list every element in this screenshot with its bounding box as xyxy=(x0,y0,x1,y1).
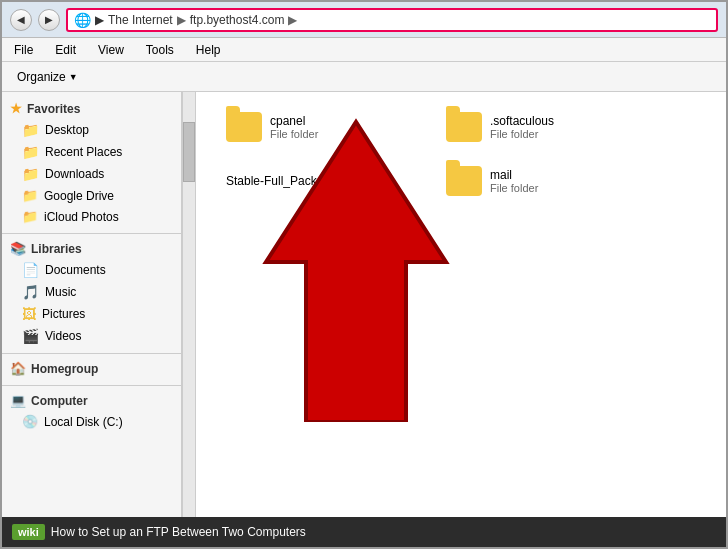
organize-caret: ▼ xyxy=(69,72,78,82)
sidebar-favorites-label: Favorites xyxy=(27,102,80,116)
main-area: ★ Favorites 📁 Desktop 📁 Recent Places 📁 … xyxy=(2,92,726,517)
computer-icon: 💻 xyxy=(10,393,26,408)
menu-edit[interactable]: Edit xyxy=(51,41,80,59)
file-name-softaculous: .softaculous xyxy=(490,114,554,128)
sidebar-favorites-header[interactable]: ★ Favorites xyxy=(2,98,181,119)
folder-icon-mail xyxy=(446,166,482,196)
arrow-overlay xyxy=(246,102,526,422)
sidebar-desktop-label: Desktop xyxy=(45,123,89,137)
sidebar: ★ Favorites 📁 Desktop 📁 Recent Places 📁 … xyxy=(2,92,182,517)
disk-icon: 💿 xyxy=(22,414,38,429)
address-text: ▶ The Internet ▶ ftp.byethost4.com ▶ xyxy=(95,13,297,27)
sidebar-divider2 xyxy=(2,353,181,354)
wiki-bar: wiki How to Set up an FTP Between Two Co… xyxy=(2,517,726,547)
file-name-cpanel: cpanel xyxy=(270,114,318,128)
sidebar-localdisk-label: Local Disk (C:) xyxy=(44,415,123,429)
menu-bar: File Edit View Tools Help xyxy=(2,38,726,62)
file-type-mail: File folder xyxy=(490,182,538,194)
sidebar-computer-section: 💻 Computer 💿 Local Disk (C:) xyxy=(2,390,181,432)
forward-icon: ▶ xyxy=(45,14,53,25)
sidebar-item-pictures[interactable]: 🖼 Pictures xyxy=(2,303,181,325)
sidebar-divider3 xyxy=(2,385,181,386)
file-item-cpanel[interactable]: cpanel File folder xyxy=(222,108,362,146)
sidebar-divider1 xyxy=(2,233,181,234)
sidebar-item-documents[interactable]: 📄 Documents xyxy=(2,259,181,281)
sidebar-homegroup-label: Homegroup xyxy=(31,362,98,376)
address-sep2: ▶ xyxy=(288,13,297,27)
address-box[interactable]: 🌐 ▶ The Internet ▶ ftp.byethost4.com ▶ xyxy=(66,8,718,32)
toolbar: Organize ▼ xyxy=(2,62,726,92)
content-pane: cpanel File folder .softaculous File fol… xyxy=(196,92,726,517)
address-sep1: ▶ xyxy=(177,13,186,27)
folder-icon: 📁 xyxy=(22,209,38,224)
sidebar-videos-label: Videos xyxy=(45,329,81,343)
sidebar-item-recent-places[interactable]: 📁 Recent Places xyxy=(2,141,181,163)
file-item-softaculous[interactable]: .softaculous File folder xyxy=(442,108,582,146)
sidebar-item-downloads[interactable]: 📁 Downloads xyxy=(2,163,181,185)
forward-button[interactable]: ▶ xyxy=(38,9,60,31)
file-type-softaculous: File folder xyxy=(490,128,554,140)
scrollbar[interactable] xyxy=(182,92,196,517)
address-path-internet: The Internet xyxy=(108,13,173,27)
menu-file[interactable]: File xyxy=(10,41,37,59)
red-arrow-svg xyxy=(246,102,526,422)
folder-icon: 📁 xyxy=(22,144,39,160)
menu-tools[interactable]: Tools xyxy=(142,41,178,59)
back-button[interactable]: ◀ xyxy=(10,9,32,31)
sidebar-item-desktop[interactable]: 📁 Desktop xyxy=(2,119,181,141)
file-item-mail[interactable]: mail File folder xyxy=(442,162,582,200)
folder-icon-softaculous xyxy=(446,112,482,142)
sidebar-libraries-section: 📚 Libraries 📄 Documents 🎵 Music 🖼 Pictur… xyxy=(2,238,181,347)
sidebar-documents-label: Documents xyxy=(45,263,106,277)
home-icon: 🏠 xyxy=(10,361,26,376)
file-name-stable: Stable-Full_Package xyxy=(226,174,337,188)
sidebar-item-videos[interactable]: 🎬 Videos xyxy=(2,325,181,347)
menu-help[interactable]: Help xyxy=(192,41,225,59)
file-info-cpanel: cpanel File folder xyxy=(270,114,318,140)
videos-icon: 🎬 xyxy=(22,328,39,344)
sidebar-computer-label: Computer xyxy=(31,394,88,408)
sidebar-recent-label: Recent Places xyxy=(45,145,122,159)
folder-icon-cpanel xyxy=(226,112,262,142)
pictures-icon: 🖼 xyxy=(22,306,36,322)
scrollbar-thumb[interactable] xyxy=(183,122,195,182)
file-item-stable[interactable]: Stable-Full_Package xyxy=(222,162,362,200)
sidebar-gdrive-label: Google Drive xyxy=(44,189,114,203)
file-type-cpanel: File folder xyxy=(270,128,318,140)
folder-icon: 📄 xyxy=(22,262,39,278)
file-row-2: Stable-Full_Package mail File folder xyxy=(222,162,710,200)
file-name-mail: mail xyxy=(490,168,538,182)
file-info-mail: mail File folder xyxy=(490,168,538,194)
sidebar-libraries-label: Libraries xyxy=(31,242,82,256)
sidebar-item-icloud-photos[interactable]: 📁 iCloud Photos xyxy=(2,206,181,227)
file-info-stable: Stable-Full_Package xyxy=(226,174,337,188)
folder-icon: 📁 xyxy=(22,122,39,138)
sidebar-homegroup-header[interactable]: 🏠 Homegroup xyxy=(2,358,181,379)
sidebar-pictures-label: Pictures xyxy=(42,307,85,321)
menu-view[interactable]: View xyxy=(94,41,128,59)
organize-button[interactable]: Organize ▼ xyxy=(10,67,85,87)
back-icon: ◀ xyxy=(17,14,25,25)
wiki-logo: wiki xyxy=(12,524,45,540)
sidebar-libraries-header[interactable]: 📚 Libraries xyxy=(2,238,181,259)
organize-label: Organize xyxy=(17,70,66,84)
sidebar-item-google-drive[interactable]: 📁 Google Drive xyxy=(2,185,181,206)
location-icon: 🌐 xyxy=(74,12,91,28)
sidebar-favorites-section: ★ Favorites 📁 Desktop 📁 Recent Places 📁 … xyxy=(2,98,181,227)
sidebar-homegroup-section: 🏠 Homegroup xyxy=(2,358,181,379)
folder-icon: 📁 xyxy=(22,188,38,203)
sidebar-item-local-disk[interactable]: 💿 Local Disk (C:) xyxy=(2,411,181,432)
address-path-ftp: ftp.byethost4.com xyxy=(190,13,285,27)
sidebar-music-label: Music xyxy=(45,285,76,299)
sidebar-icloud-label: iCloud Photos xyxy=(44,210,119,224)
file-info-softaculous: .softaculous File folder xyxy=(490,114,554,140)
address-separator: ▶ xyxy=(95,13,104,27)
window-frame: ◀ ▶ 🌐 ▶ The Internet ▶ ftp.byethost4.com… xyxy=(0,0,728,549)
address-bar: ◀ ▶ 🌐 ▶ The Internet ▶ ftp.byethost4.com… xyxy=(2,2,726,38)
sidebar-item-music[interactable]: 🎵 Music xyxy=(2,281,181,303)
wiki-text: How to Set up an FTP Between Two Compute… xyxy=(51,525,306,539)
sidebar-computer-header[interactable]: 💻 Computer xyxy=(2,390,181,411)
library-icon: 📚 xyxy=(10,241,26,256)
sidebar-downloads-label: Downloads xyxy=(45,167,104,181)
file-row-1: cpanel File folder .softaculous File fol… xyxy=(222,108,710,146)
